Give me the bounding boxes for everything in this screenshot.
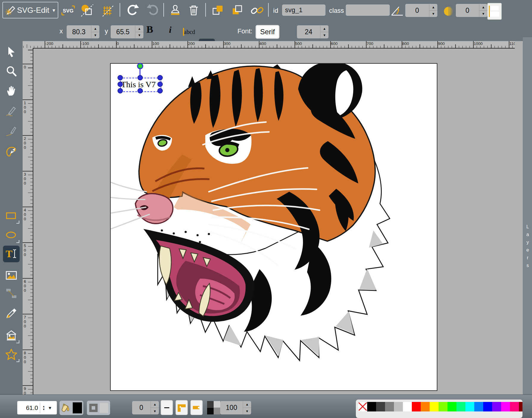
image-tool-button[interactable]	[2, 267, 20, 284]
linecap-button[interactable]	[191, 401, 202, 414]
zoom-input[interactable]: 61.0	[17, 404, 38, 411]
grid-icon[interactable]	[101, 3, 115, 18]
undo-icon[interactable]	[126, 3, 140, 18]
font-size-down-button[interactable]: ▼	[320, 32, 328, 39]
angle-up-button[interactable]: ▲	[429, 4, 437, 11]
palette-swatch[interactable]	[492, 402, 501, 411]
palette-swatch[interactable]	[412, 402, 421, 411]
opacity-gradient-icon[interactable]	[207, 401, 220, 414]
y-input[interactable]: 65.5	[111, 25, 135, 38]
boolean-operations-icon[interactable]	[80, 3, 95, 18]
palette-swatch[interactable]	[376, 402, 385, 411]
fill-color-swatch[interactable]	[73, 402, 82, 414]
opacity-input[interactable]: 100	[220, 401, 243, 414]
line-tool-button[interactable]	[2, 123, 20, 139]
star-flyout-arrow-icon[interactable]	[16, 359, 19, 362]
delete-icon[interactable]	[186, 3, 201, 18]
layers-panel-toggle[interactable]: Layers	[523, 37, 532, 394]
svg-canvas[interactable]	[111, 64, 437, 390]
palette-swatch[interactable]	[519, 402, 522, 411]
opacity-up-button[interactable]: ▲	[243, 401, 251, 408]
panel-icon[interactable]	[488, 4, 501, 19]
path-tool-button[interactable]	[2, 143, 20, 160]
pencil-tool-button[interactable]	[2, 103, 20, 119]
font-size-up-button[interactable]: ▲	[320, 25, 328, 32]
rectangle-tool-button[interactable]	[2, 208, 20, 224]
palette-swatch[interactable]	[439, 402, 447, 411]
move-to-front-icon[interactable]	[211, 3, 226, 18]
y-down-button[interactable]: ▼	[135, 32, 143, 39]
zoom-down-button[interactable]: ▼	[43, 408, 45, 411]
select-tool-button[interactable]	[2, 43, 20, 60]
text-tool-button[interactable]: T	[3, 246, 20, 262]
resize-handle-nw[interactable]	[118, 75, 123, 80]
linejoin-miter-button[interactable]	[176, 401, 187, 414]
stroke-dash-style-button[interactable]	[161, 401, 172, 414]
rotate-handle[interactable]	[137, 63, 143, 69]
svg-source-icon[interactable]: SVG	[60, 4, 76, 17]
stroke-color-swatch[interactable]	[100, 403, 108, 413]
ellipse-flyout-arrow-icon[interactable]	[16, 240, 19, 243]
angle-input[interactable]: 0	[405, 4, 429, 17]
palette-swatch[interactable]	[501, 402, 510, 411]
move-to-back-icon[interactable]	[230, 3, 245, 18]
palette-swatch[interactable]	[510, 402, 519, 411]
palette-swatch[interactable]	[367, 402, 376, 411]
stroke-ring-icon[interactable]	[89, 404, 98, 412]
resize-handle-n[interactable]	[137, 75, 143, 80]
link-icon[interactable]	[249, 3, 265, 18]
resize-handle-s[interactable]	[137, 88, 143, 93]
italic-button[interactable]: i	[169, 25, 171, 35]
ellipse-tool-button[interactable]	[2, 227, 20, 244]
text-anchor-start-button[interactable]: abcd	[181, 25, 198, 39]
palette-swatch[interactable]	[447, 402, 456, 411]
shape-library-tool-button[interactable]	[2, 327, 20, 344]
font-family-button[interactable]: Serif	[256, 26, 278, 38]
palette-swatch[interactable]	[483, 402, 492, 411]
resize-handle-se[interactable]	[157, 88, 163, 93]
x-down-button[interactable]: ▼	[91, 32, 99, 39]
rect-flyout-arrow-icon[interactable]	[16, 221, 19, 224]
resize-handle-ne[interactable]	[157, 75, 163, 80]
palette-swatch-none[interactable]	[358, 402, 367, 411]
blur-up-button[interactable]: ▲	[479, 4, 487, 11]
stroke-width-up-button[interactable]: ▲	[151, 401, 159, 408]
palette-swatch[interactable]	[430, 402, 439, 411]
clone-icon[interactable]	[168, 3, 183, 18]
canvas-artwork-tiger[interactable]	[111, 64, 437, 390]
font-size-input[interactable]: 24	[297, 25, 320, 38]
x-up-button[interactable]: ▲	[91, 25, 99, 32]
opacity-down-button[interactable]: ▼	[243, 408, 251, 414]
palette-swatch[interactable]	[456, 402, 465, 411]
star-tool-button[interactable]	[2, 346, 20, 363]
y-up-button[interactable]: ▲	[135, 25, 143, 32]
resize-handle-e[interactable]	[157, 82, 163, 87]
connector-tool-button[interactable]	[2, 285, 20, 302]
palette-swatch[interactable]	[421, 402, 430, 411]
blur-down-button[interactable]: ▼	[479, 11, 487, 17]
main-menu-button[interactable]: ✳ SVG-Edit ▼	[2, 2, 58, 18]
x-input[interactable]: 80.3	[67, 25, 91, 38]
class-input[interactable]	[346, 4, 390, 16]
palette-swatch[interactable]	[465, 402, 474, 411]
pan-tool-button[interactable]	[2, 82, 20, 99]
shapelib-flyout-arrow-icon[interactable]	[16, 340, 19, 343]
canvas-text-element[interactable]: This is V7	[121, 80, 156, 89]
stroke-width-down-button[interactable]: ▼	[151, 408, 159, 414]
resize-handle-sw[interactable]	[118, 88, 123, 93]
palette-swatch[interactable]	[385, 402, 394, 411]
palette-swatch[interactable]	[394, 402, 403, 411]
palette-swatch[interactable]	[474, 402, 483, 411]
zoom-dropdown-caret-icon[interactable]: ▼	[48, 405, 52, 410]
bold-button[interactable]: B	[146, 24, 153, 35]
eyedropper-tool-button[interactable]	[2, 305, 20, 322]
redo-icon[interactable]	[145, 3, 160, 18]
id-input[interactable]: svg_1	[282, 4, 326, 16]
blur-input[interactable]: 0	[456, 4, 479, 17]
resize-handle-w[interactable]	[118, 82, 123, 87]
palette-swatch[interactable]	[403, 402, 412, 411]
zoom-tool-button[interactable]	[2, 63, 20, 79]
stroke-width-input[interactable]: 0	[132, 401, 151, 414]
zoom-up-button[interactable]: ▲	[43, 405, 45, 408]
angle-down-button[interactable]: ▼	[429, 11, 437, 17]
